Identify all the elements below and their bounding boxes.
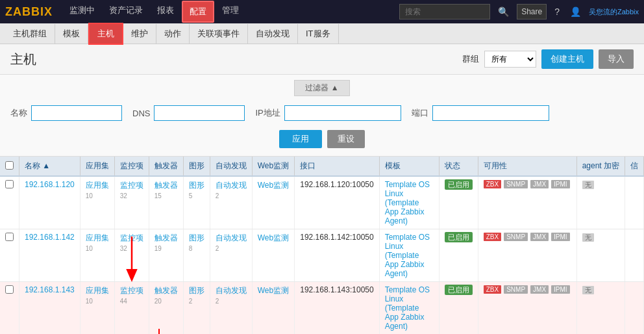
subnav-actions[interactable]: 动作: [156, 24, 190, 44]
row-select-checkbox[interactable]: [5, 285, 14, 294]
snmp-tag: SNMP: [504, 285, 528, 294]
subnav-correlations[interactable]: 关联项事件: [190, 24, 248, 44]
template-link[interactable]: Template OS Linux (Template App Zabbix A…: [385, 233, 430, 278]
header-agent-encryption: agent 加密: [576, 157, 625, 176]
filter-ip: IP地址: [255, 105, 401, 121]
subnav-itservices[interactable]: IT服务: [298, 24, 339, 44]
zbx-tag: ZBX: [484, 180, 501, 188]
host-name-link[interactable]: 192.168.1.143: [25, 285, 75, 294]
row-status: 已启用: [439, 176, 478, 229]
web-link[interactable]: Web监测: [258, 233, 289, 242]
status-badge: 已启用: [445, 232, 473, 242]
filter-toggle-button[interactable]: 过滤器 ▲: [294, 80, 349, 96]
filter-port-label: 端口: [412, 107, 428, 119]
row-web: Web监测: [252, 282, 294, 335]
header-interface: 接口: [295, 157, 379, 176]
items-link[interactable]: 监控项44: [120, 286, 143, 305]
web-link[interactable]: Web监测: [258, 181, 289, 190]
nav-assets[interactable]: 资产记录: [103, 1, 149, 23]
page-header: 主机 群组 所有 创建主机 导入: [0, 44, 644, 75]
row-encryption: 无: [576, 282, 625, 335]
table-row: 192.168.1.120 应用集10 监控项32 触发器15 图形5 自动发现…: [0, 176, 644, 229]
apply-button[interactable]: 应用: [279, 130, 322, 148]
triggers-link[interactable]: 触发器19: [155, 233, 178, 253]
row-graphs: 图形5: [183, 176, 210, 229]
filter-name-input[interactable]: [31, 105, 122, 121]
table-row: 192.168.1.143 应用集10 监控项44 触发器20 图形2 自动发现…: [0, 282, 644, 335]
export-button[interactable]: 导入: [599, 49, 634, 69]
graphs-link[interactable]: 图形5: [189, 181, 204, 200]
page-title: 主机: [10, 51, 462, 68]
items-link[interactable]: 监控项32: [120, 181, 143, 200]
host-name-link[interactable]: 192.168.1.142: [25, 233, 75, 242]
agent-tags: ZBX SNMP JMX IPMI: [484, 285, 571, 294]
filter-name: 名称: [10, 105, 122, 121]
apps-link[interactable]: 应用集10: [86, 286, 109, 305]
row-availability: ZBX SNMP JMX IPMI: [478, 176, 576, 229]
select-all-checkbox[interactable]: [5, 161, 14, 170]
row-checkbox: [0, 282, 19, 335]
subnav-hosts[interactable]: 主机: [88, 23, 123, 45]
header-graphs: 图形: [183, 157, 210, 176]
status-badge: 已启用: [445, 285, 473, 295]
discovery-link[interactable]: 自动发现2: [216, 286, 247, 305]
nav-reports[interactable]: 报表: [151, 1, 180, 23]
subnav-discovery[interactable]: 自动发现: [248, 24, 298, 44]
search-icon[interactable]: 🔍: [495, 4, 512, 19]
template-link[interactable]: Template OS Linux (Template App Zabbix A…: [385, 285, 430, 331]
discovery-link[interactable]: 自动发现2: [216, 181, 247, 200]
subnav-maintenance[interactable]: 维护: [123, 24, 156, 44]
nav-admin[interactable]: 管理: [216, 1, 245, 23]
row-items: 监控项44: [114, 282, 149, 335]
user-icon[interactable]: 👤: [567, 4, 584, 19]
group-filter-label: 群组: [462, 53, 479, 65]
help-icon[interactable]: ?: [552, 4, 562, 19]
subnav-hostgroups[interactable]: 主机群组: [5, 24, 55, 44]
discovery-link[interactable]: 自动发现2: [216, 233, 247, 253]
nav-config[interactable]: 配置: [182, 1, 214, 23]
filter-port-input[interactable]: [432, 105, 549, 121]
filter-dns: DNS: [132, 105, 245, 121]
triggers-link[interactable]: 触发器15: [155, 181, 178, 200]
encryption-tag: 无: [582, 233, 594, 242]
header-availability: 可用性: [478, 157, 576, 176]
row-status: 已启用: [439, 282, 478, 335]
filter-ip-input[interactable]: [284, 105, 401, 121]
items-link[interactable]: 监控项32: [120, 233, 143, 253]
header-web: Web监测: [252, 157, 294, 176]
header-template: 模板: [379, 157, 439, 176]
graphs-link[interactable]: 图形2: [189, 286, 204, 305]
header-info: 信: [625, 157, 644, 176]
row-select-checkbox[interactable]: [5, 233, 14, 241]
triggers-link[interactable]: 触发器20: [155, 286, 178, 305]
apps-link[interactable]: 应用集10: [86, 181, 109, 200]
row-checkbox: [0, 176, 19, 229]
subnav-templates[interactable]: 模板: [55, 24, 88, 44]
row-apps: 应用集10: [80, 176, 114, 229]
create-host-button[interactable]: 创建主机: [541, 49, 593, 69]
reset-button[interactable]: 重设: [327, 130, 365, 148]
snmp-tag: SNMP: [504, 180, 528, 188]
graphs-link[interactable]: 图形8: [189, 233, 204, 253]
template-link[interactable]: Template OS Linux (Template App Zabbix A…: [385, 180, 430, 225]
status-badge: 已启用: [445, 179, 473, 190]
header-name[interactable]: 名称 ▲: [19, 157, 80, 176]
web-link[interactable]: Web监测: [258, 286, 289, 295]
row-info: [625, 229, 644, 282]
agent-tags: ZBX SNMP JMX IPMI: [484, 180, 571, 188]
row-template: Template OS Linux (Template App Zabbix A…: [379, 282, 439, 335]
filter-toggle: 过滤器 ▲: [0, 80, 644, 96]
filter-dns-input[interactable]: [154, 105, 245, 121]
apps-link[interactable]: 应用集10: [86, 233, 109, 253]
zbx-tag: ZBX: [484, 285, 501, 294]
share-button[interactable]: Share: [517, 4, 547, 19]
nav-monitor[interactable]: 监测中: [63, 1, 101, 23]
group-select[interactable]: 所有: [484, 51, 536, 68]
interface-value: 192.168.1.120:10050: [300, 180, 373, 189]
ipmi-tag: IPMI: [551, 285, 570, 294]
row-select-checkbox[interactable]: [5, 180, 14, 188]
header-discovery: 自动发现: [210, 157, 252, 176]
search-input[interactable]: [399, 4, 490, 19]
jmx-tag: JMX: [530, 285, 549, 294]
host-name-link[interactable]: 192.168.1.120: [25, 180, 75, 189]
